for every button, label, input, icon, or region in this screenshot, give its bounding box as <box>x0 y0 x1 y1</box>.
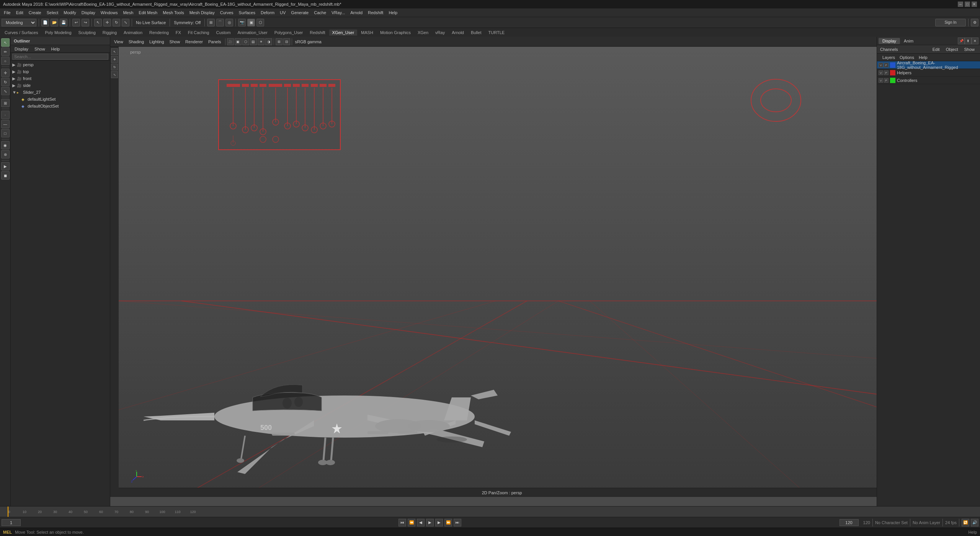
channel-close-btn[interactable]: ✕ <box>972 38 978 44</box>
snap-grid-btn[interactable]: ⊞ <box>207 19 215 26</box>
options-menu-btn[interactable]: Options <box>897 54 916 60</box>
vp-menu-view[interactable]: View <box>112 39 126 45</box>
search-input[interactable] <box>12 54 108 60</box>
end-frame-input[interactable] <box>840 519 859 526</box>
shelf-tab-turtle[interactable]: TURTLE <box>485 29 508 36</box>
outliner-menu-display[interactable]: Display <box>12 46 31 52</box>
vp-wireframe-btn[interactable]: ⬡ <box>242 38 249 45</box>
menu-windows[interactable]: Windows <box>98 10 120 16</box>
timeline-track[interactable]: 0 10 20 30 40 50 60 70 80 90 100 110 120 <box>0 506 980 517</box>
tree-item-side[interactable]: ▶ 🎥 side <box>11 82 110 89</box>
rotate-btn[interactable]: ↻ <box>113 19 120 26</box>
translate-btn[interactable]: ✛ <box>103 19 111 26</box>
step-back-btn[interactable]: ◀ <box>417 519 425 526</box>
tree-item-defaultobjectset[interactable]: ◈ defaultObjectSet <box>11 103 110 109</box>
shelf-tab-redshift[interactable]: Redshift <box>307 29 328 36</box>
shelf-tab-sculpting[interactable]: Sculpting <box>75 29 99 36</box>
snap-point-btn[interactable]: ◎ <box>225 19 233 26</box>
vp-scale-btn[interactable]: ⤡ <box>111 71 118 78</box>
menu-file[interactable]: File <box>2 10 13 16</box>
vp-camera-btn[interactable]: 🎥 <box>227 38 234 45</box>
menu-generate[interactable]: Generate <box>289 10 311 16</box>
new-file-btn[interactable]: 📄 <box>41 19 49 26</box>
layer-row-controllers[interactable]: V P Controllers <box>877 77 980 84</box>
next-key-btn[interactable]: ⏩ <box>444 519 452 526</box>
channel-edit-btn[interactable]: Edit <box>930 46 942 52</box>
menu-surfaces[interactable]: Surfaces <box>237 10 258 16</box>
vp-shadow-btn[interactable]: ◑ <box>265 38 272 45</box>
shading-btn[interactable]: ▣ <box>247 19 255 26</box>
layer-v-toggle[interactable]: V <box>879 63 883 67</box>
menu-help[interactable]: Help <box>386 10 400 16</box>
snap-curve-btn[interactable]: ⌒ <box>216 19 224 26</box>
menu-cache[interactable]: Cache <box>312 10 328 16</box>
playblast-btn[interactable]: ▶ <box>1 162 10 170</box>
prev-key-btn[interactable]: ⏪ <box>408 519 415 526</box>
scale-mode-btn[interactable]: ⤡ <box>1 87 10 95</box>
vp-menu-lighting[interactable]: Lighting <box>147 39 167 45</box>
shelf-tab-xgen-user[interactable]: XGen_User <box>329 29 357 36</box>
vp-texture-btn[interactable]: ▤ <box>250 38 257 45</box>
shelf-tab-xgen[interactable]: XGen <box>415 29 431 36</box>
channel-expand-btn[interactable]: ⬆ <box>965 38 972 44</box>
component-edge-btn[interactable]: — <box>1 120 10 128</box>
viewport-canvas[interactable]: 500 <box>119 47 877 497</box>
vp-menu-panels[interactable]: Panels <box>206 39 224 45</box>
menu-uv[interactable]: UV <box>278 10 288 16</box>
tree-item-persp[interactable]: ▶ 🎥 persp <box>11 61 110 68</box>
layer-controllers-p[interactable]: P <box>884 78 889 83</box>
scale-btn[interactable]: ⤡ <box>122 19 129 26</box>
vp-menu-show[interactable]: Show <box>167 39 183 45</box>
menu-select[interactable]: Select <box>44 10 61 16</box>
select-mode-btn[interactable]: ↖ <box>1 38 10 47</box>
vp-grid-btn[interactable]: ⊞ <box>276 38 283 45</box>
outliner-menu-help[interactable]: Help <box>49 46 62 52</box>
save-file-btn[interactable]: 💾 <box>60 19 67 26</box>
shelf-tab-vray[interactable]: vRay <box>432 29 448 36</box>
shelf-tab-polygons-user[interactable]: Polygons_User <box>271 29 306 36</box>
move-btn[interactable]: ✛ <box>1 69 10 77</box>
redo-btn[interactable]: ↪ <box>82 19 89 26</box>
undo-btn[interactable]: ↩ <box>72 19 80 26</box>
wireframe-btn[interactable]: ⬡ <box>256 19 264 26</box>
layer-helpers-p[interactable]: P <box>884 70 889 75</box>
tree-item-front[interactable]: ▶ 🎥 front <box>11 75 110 82</box>
soft-select-btn[interactable]: ◉ <box>1 141 10 149</box>
menu-deform[interactable]: Deform <box>258 10 277 16</box>
layer-p-toggle[interactable]: P <box>884 63 889 67</box>
shelf-tab-poly-modeling[interactable]: Poly Modeling <box>42 29 74 36</box>
layers-menu-btn[interactable]: Layers <box>880 54 897 60</box>
vp-menu-renderer[interactable]: Renderer <box>183 39 205 45</box>
menu-arnold[interactable]: Arnold <box>348 10 365 16</box>
minimize-button[interactable]: ─ <box>958 2 963 7</box>
shelf-tab-curves-surfaces[interactable]: Curves / Surfaces <box>2 29 41 36</box>
menu-modify[interactable]: Modify <box>61 10 78 16</box>
select-tool-btn[interactable]: ↖ <box>94 19 102 26</box>
sound-btn[interactable]: 🔊 <box>971 519 978 526</box>
loop-btn[interactable]: 🔁 <box>962 519 969 526</box>
vp-translate-btn[interactable]: ✛ <box>111 56 118 63</box>
rotate-mode-btn[interactable]: ↻ <box>1 78 10 86</box>
menu-create[interactable]: Create <box>26 10 44 16</box>
vp-menu-shading[interactable]: Shading <box>126 39 146 45</box>
tab-anim[interactable]: Anim <box>900 38 917 44</box>
step-fwd-btn[interactable]: ▶ <box>435 519 443 526</box>
menu-mesh-display[interactable]: Mesh Display <box>187 10 217 16</box>
channel-show-btn[interactable]: Show <box>962 46 977 52</box>
sculpt-btn[interactable]: ⊛ <box>1 150 10 159</box>
layer-controllers-v[interactable]: V <box>879 78 883 83</box>
timeline-playhead[interactable] <box>8 507 8 517</box>
shelf-tab-rigging[interactable]: Rigging <box>100 29 120 36</box>
outliner-menu-show[interactable]: Show <box>32 46 47 52</box>
menu-edit-mesh[interactable]: Edit Mesh <box>136 10 160 16</box>
paint-btn[interactable]: ✏ <box>1 47 10 56</box>
sign-in-btn[interactable]: Sign In <box>935 19 966 26</box>
color-mode-selector[interactable]: sRGB gamma <box>294 39 323 44</box>
menu-edit[interactable]: Edit <box>14 10 26 16</box>
layer-row-main[interactable]: V P Aircraft_Boeing_EA-18G_without_Armam… <box>877 61 980 69</box>
menu-mesh-tools[interactable]: Mesh Tools <box>160 10 186 16</box>
maximize-button[interactable]: □ <box>965 2 970 7</box>
start-frame-input[interactable] <box>2 519 21 526</box>
tree-item-slider27[interactable]: ▼ ▸ Slider_27 <box>11 89 110 96</box>
tab-display[interactable]: Display <box>879 38 900 44</box>
